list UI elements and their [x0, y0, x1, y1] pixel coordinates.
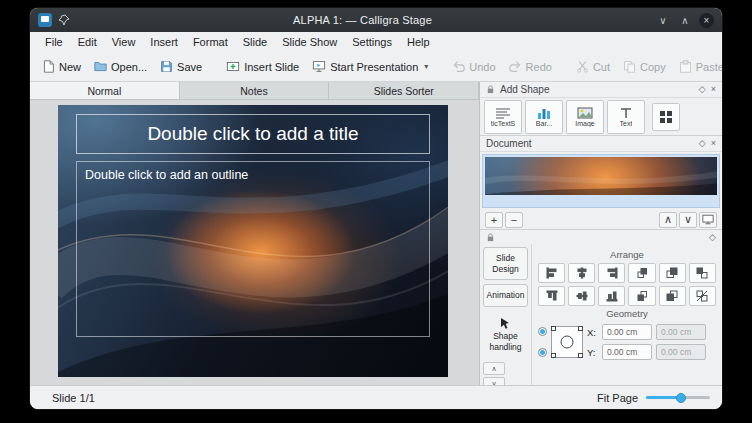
slide-thumbnail[interactable] — [485, 157, 717, 195]
tool-tab-animation[interactable]: Animation — [483, 284, 528, 307]
outline-placeholder[interactable]: Double click to add an outline — [76, 161, 430, 337]
align-hcenter-button[interactable] — [568, 263, 595, 283]
cursor-arrow-icon — [500, 317, 511, 329]
slideshow-view-button[interactable] — [699, 212, 717, 228]
add-slide-button[interactable]: + — [485, 212, 503, 228]
document-docker-header: Document ◇ × — [480, 136, 722, 152]
menu-slide-show[interactable]: Slide Show — [275, 34, 344, 50]
open-folder-icon — [94, 60, 107, 73]
x-label: X: — [587, 327, 598, 338]
y-label: Y: — [587, 347, 598, 358]
cut-button[interactable]: Cut — [570, 57, 616, 76]
geometry-section: X: 0.00 cm 0.00 cm Y: 0.00 cm 0.00 cm — [538, 324, 716, 360]
tool-tab-shape-handling[interactable]: Shape handling — [483, 311, 528, 358]
geometry-fields: X: 0.00 cm 0.00 cm Y: 0.00 cm 0.00 cm — [587, 324, 706, 360]
docker-title: Add Shape — [500, 84, 694, 95]
lower-shape-button[interactable] — [628, 286, 655, 306]
anchor-position-widget[interactable] — [551, 326, 583, 358]
insert-slide-icon — [226, 60, 240, 73]
docker-title: Document — [486, 138, 694, 149]
slide-list — [482, 154, 720, 208]
lock-icon — [486, 85, 495, 94]
position-radio[interactable] — [538, 327, 547, 336]
start-presentation-button[interactable]: Start Presentation ▾ — [306, 57, 434, 76]
menu-settings[interactable]: Settings — [345, 34, 399, 50]
pin-icon[interactable] — [58, 14, 70, 26]
raise-shape-button[interactable] — [628, 263, 655, 283]
send-to-back-button[interactable] — [659, 286, 686, 306]
shape-template-image[interactable]: Image — [566, 100, 604, 134]
menu-format[interactable]: Format — [186, 34, 235, 50]
close-docker-icon[interactable]: × — [711, 139, 716, 148]
maximize-icon[interactable]: ∧ — [677, 12, 693, 28]
redo-icon — [509, 60, 522, 73]
text-lines-icon — [495, 107, 511, 119]
width-field[interactable]: 0.00 cm — [656, 324, 706, 340]
window-title: ALPHA 1: — Calligra Stage — [76, 14, 649, 26]
new-document-icon — [42, 60, 55, 73]
float-docker-icon[interactable]: ◇ — [699, 85, 706, 94]
float-docker-icon[interactable]: ◇ — [709, 233, 716, 242]
scroll-up-button[interactable]: ∧ — [483, 362, 505, 375]
image-icon — [577, 107, 593, 119]
align-vcenter-button[interactable] — [568, 286, 595, 306]
paste-icon — [679, 60, 692, 73]
zoom-slider[interactable] — [646, 396, 710, 399]
shade-icon[interactable]: ∨ — [655, 12, 671, 28]
new-button[interactable]: New — [36, 57, 87, 76]
size-radio[interactable] — [538, 348, 547, 357]
tab-slides-sorter[interactable]: Slides Sorter — [329, 82, 479, 99]
float-docker-icon[interactable]: ◇ — [699, 139, 706, 148]
align-left-button[interactable] — [538, 263, 565, 283]
remove-slide-button[interactable]: − — [505, 212, 523, 228]
tab-notes[interactable]: Notes — [180, 82, 330, 99]
align-top-button[interactable] — [538, 286, 565, 306]
menu-help[interactable]: Help — [400, 34, 437, 50]
redo-button[interactable]: Redo — [503, 57, 558, 76]
shape-template-text-lines[interactable]: ticTextS — [484, 100, 522, 134]
insert-slide-button[interactable]: Insert Slide — [220, 57, 305, 76]
align-right-button[interactable] — [598, 263, 625, 283]
move-slide-up-button[interactable]: ∧ — [659, 212, 677, 228]
copy-icon — [623, 60, 636, 73]
slide-canvas[interactable]: Double click to add a title Double click… — [58, 105, 448, 377]
save-button[interactable]: Save — [154, 57, 208, 76]
toolbar: New Open... Save Insert Slide Start Pres… — [30, 52, 722, 82]
menu-slide[interactable]: Slide — [236, 34, 274, 50]
tab-normal[interactable]: Normal — [30, 82, 180, 99]
shape-template-chart[interactable]: Bar... — [525, 100, 563, 134]
copy-button[interactable]: Copy — [617, 57, 672, 76]
view-tabbar: Normal Notes Slides Sorter — [30, 82, 479, 100]
title-placeholder[interactable]: Double click to add a title — [76, 114, 430, 154]
bar-chart-icon — [536, 107, 552, 119]
height-field[interactable]: 0.00 cm — [656, 344, 706, 360]
group-shapes-button[interactable] — [689, 263, 716, 283]
bring-to-front-button[interactable] — [659, 263, 686, 283]
tool-selector: Slide Design Animation Shape handling ∧ … — [480, 244, 532, 385]
menu-insert[interactable]: Insert — [143, 34, 185, 50]
x-position-field[interactable]: 0.00 cm — [602, 324, 652, 340]
tool-tab-slide-design[interactable]: Slide Design — [483, 247, 528, 280]
menu-view[interactable]: View — [105, 34, 143, 50]
paste-button[interactable]: Paste — [673, 57, 722, 76]
menu-file[interactable]: File — [38, 34, 70, 50]
close-icon[interactable]: × — [699, 13, 714, 28]
ungroup-shapes-button[interactable] — [689, 286, 716, 306]
chevron-down-icon: ▾ — [424, 62, 428, 71]
add-shape-content: ticTextS Bar... Image Text — [480, 98, 722, 136]
align-bottom-button[interactable] — [598, 286, 625, 306]
geometry-radios — [538, 327, 547, 357]
undo-button[interactable]: Undo — [446, 57, 501, 76]
zoom-slider-handle[interactable] — [676, 393, 686, 403]
main-content: Normal Notes Slides Sorter Double click … — [30, 82, 722, 385]
lock-icon — [486, 233, 495, 242]
menu-edit[interactable]: Edit — [71, 34, 104, 50]
y-position-field[interactable]: 0.00 cm — [602, 344, 652, 360]
document-docker-toolbar: + − ∧ ∨ — [480, 210, 722, 230]
close-docker-icon[interactable]: × — [711, 85, 716, 94]
docker-panel: Add Shape ◇ × ticTextS Bar... Image — [480, 82, 722, 385]
open-button[interactable]: Open... — [88, 57, 153, 76]
move-slide-down-button[interactable]: ∨ — [679, 212, 697, 228]
shape-template-text[interactable]: Text — [607, 100, 645, 134]
more-shapes-button[interactable] — [652, 103, 680, 131]
